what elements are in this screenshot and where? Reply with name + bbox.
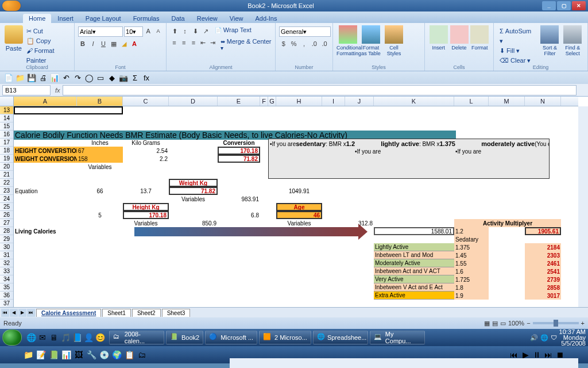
weight-val[interactable]: 158 <box>77 155 123 163</box>
tab-review[interactable]: Review <box>191 14 223 23</box>
maximize-button[interactable]: ▢ <box>557 1 571 10</box>
merge-center-button[interactable]: ⬌ Merge & Center ▾ <box>220 38 272 51</box>
qat-open-icon[interactable]: 📁 <box>15 72 25 83</box>
ql-desktop-icon[interactable]: 🖥 <box>49 332 59 343</box>
col-header-D[interactable]: D <box>169 97 218 106</box>
tab-home[interactable]: Home <box>23 14 51 23</box>
conditional-formatting-button[interactable]: Conditional Formatting <box>336 24 359 70</box>
row-header-14[interactable]: 14 <box>0 114 13 122</box>
tab-page-layout[interactable]: Page Layout <box>80 14 127 23</box>
ql2-icon[interactable]: 🔧 <box>86 350 96 360</box>
zoom-out-button[interactable]: − <box>527 320 530 327</box>
ql-word-icon[interactable]: 📘 <box>72 332 82 343</box>
ql2-icon[interactable]: 📋 <box>124 350 134 360</box>
col-header-B[interactable]: B <box>77 97 123 106</box>
row-headers[interactable]: 1314151617181920212223242526272829303132… <box>0 106 14 307</box>
align-left-icon[interactable]: ≡ <box>170 38 179 47</box>
zoom-slider[interactable] <box>533 322 579 324</box>
border-button[interactable]: ▦ <box>109 39 118 48</box>
worksheet[interactable]: ABCDEFGHIJKLMN 1314151617181920212223242… <box>0 97 588 307</box>
row-header-35[interactable]: 35 <box>0 283 13 292</box>
zoom-level[interactable]: 100% <box>508 320 524 327</box>
decrease-decimal-icon[interactable]: .0 <box>320 39 329 48</box>
format-table-button[interactable]: Format as Table <box>359 24 382 70</box>
row-header-19[interactable]: 19 <box>0 155 13 163</box>
row-header-28[interactable]: 28 <box>0 227 13 235</box>
system-tray[interactable]: 🔊 🌐 🛡 10:37 AM Monday 5/5/2008 <box>530 329 586 346</box>
qat-shapes-icon[interactable]: ◯ <box>84 72 94 83</box>
qat-redo-icon[interactable]: ↷ <box>72 72 83 83</box>
sort-filter-button[interactable]: Sort & Filter <box>539 24 562 70</box>
tab-next-button[interactable]: ▶ <box>18 309 26 317</box>
taskbar-button[interactable]: 🗂2008-calen... <box>109 331 164 344</box>
align-bottom-icon[interactable]: ⬇ <box>191 26 200 36</box>
align-top-icon[interactable]: ⬆ <box>170 26 179 36</box>
qat-sigma-icon[interactable]: Σ <box>130 72 140 83</box>
paste-button[interactable]: Paste <box>3 24 24 66</box>
tray-icon[interactable]: 🌐 <box>540 334 548 342</box>
font-size-select[interactable]: 10 ▾ <box>124 26 143 37</box>
fill-color-button[interactable]: ◢ <box>119 39 129 48</box>
cells-grid[interactable]: Calorie Bodily Function Needs BMR Estima… <box>14 106 578 307</box>
col-header-G[interactable]: G <box>268 97 276 106</box>
col-header-H[interactable]: H <box>276 97 322 106</box>
row-header-34[interactable]: 34 <box>0 275 13 283</box>
fx-icon[interactable]: fx <box>53 87 63 94</box>
format-cells-button[interactable]: Format <box>469 24 490 70</box>
align-middle-icon[interactable]: ↕ <box>180 26 189 36</box>
horizontal-scrollbar[interactable] <box>230 358 578 368</box>
qat-chart-icon[interactable]: 📊 <box>49 72 60 83</box>
currency-icon[interactable]: $ <box>279 39 288 48</box>
col-header-I[interactable]: I <box>322 97 345 106</box>
row-header-33[interactable]: 33 <box>0 267 13 275</box>
wrap-text-button[interactable]: 📄 Wrap Text <box>215 26 252 36</box>
view-layout-icon[interactable]: ▤ <box>492 320 498 327</box>
col-header-K[interactable]: K <box>374 97 454 106</box>
cell-styles-button[interactable]: Cell Styles <box>382 24 405 70</box>
col-header-L[interactable]: L <box>454 97 489 106</box>
ql-yim-icon[interactable]: 😊 <box>95 332 105 343</box>
copy-button[interactable]: 📋 Copy <box>26 36 71 46</box>
ql2-icon[interactable]: 🌍 <box>111 350 122 360</box>
ql-mail-icon[interactable]: ✉ <box>37 332 48 343</box>
col-header-E[interactable]: E <box>218 97 260 106</box>
tab-first-button[interactable]: ⏮ <box>1 309 9 317</box>
row-header-23[interactable]: 23 <box>0 187 13 195</box>
zoom-in-button[interactable]: + <box>581 320 585 327</box>
view-normal-icon[interactable]: ▦ <box>484 320 490 327</box>
tab-formulas[interactable]: Formulas <box>127 14 165 23</box>
qat-fn-icon[interactable]: fx <box>141 72 152 83</box>
office-button[interactable] <box>2 1 21 11</box>
row-header-32[interactable]: 32 <box>0 259 13 267</box>
grow-font-icon[interactable]: A <box>144 26 153 36</box>
col-header-J[interactable]: J <box>345 97 374 106</box>
qat-save-icon[interactable]: 💾 <box>26 72 37 83</box>
row-header-18[interactable]: 18 <box>0 147 13 155</box>
row-header-29[interactable]: 29 <box>0 235 13 243</box>
qat-shapes3-icon[interactable]: ◆ <box>107 72 117 83</box>
ql2-icon[interactable]: 📊 <box>61 350 71 360</box>
ql2-icon[interactable]: 📝 <box>36 350 46 360</box>
vertical-scrollbar[interactable] <box>578 106 588 307</box>
ql-ie-icon[interactable]: 🌐 <box>26 332 36 343</box>
minimize-button[interactable]: _ <box>542 1 556 10</box>
column-headers[interactable]: ABCDEFGHIJKLMN <box>0 97 578 106</box>
comma-icon[interactable]: , <box>300 39 309 48</box>
italic-button[interactable]: I <box>88 39 98 48</box>
tab-view[interactable]: View <box>224 14 249 23</box>
row-header-30[interactable]: 30 <box>0 243 13 251</box>
font-color-button[interactable]: A <box>130 39 139 48</box>
ql2-icon[interactable]: 📁 <box>23 350 33 360</box>
row-header-13[interactable]: 13 <box>0 106 13 114</box>
col-header-F[interactable]: F <box>260 97 268 106</box>
qat-undo-icon[interactable]: ↶ <box>61 72 71 83</box>
fill-button[interactable]: ⬇ Fill ▾ <box>500 46 536 56</box>
row-header-25[interactable]: 25 <box>0 203 13 211</box>
tab-data[interactable]: Data <box>165 14 190 23</box>
row-header-16[interactable]: 16 <box>0 131 13 139</box>
qat-shapes2-icon[interactable]: ▭ <box>95 72 106 83</box>
height-val[interactable]: 67 <box>77 147 123 155</box>
name-box[interactable]: B13 <box>2 85 51 95</box>
row-header-20[interactable]: 20 <box>0 163 13 171</box>
ql2-icon[interactable]: 📗 <box>48 350 59 360</box>
